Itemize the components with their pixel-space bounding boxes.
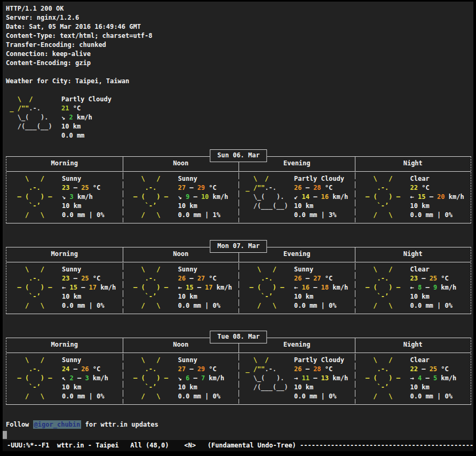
forecast-day: Mon 07. MarMorningNoonEveningNight \ / .… bbox=[6, 247, 473, 314]
forecast-body-row: \ / .-. – ( ) – `-’ / \Sunny 23 – 25 °C … bbox=[6, 262, 471, 314]
forecast-cell-noon: \ / .-. – ( ) – `-’ / \Sunny 27 – 29 °C … bbox=[123, 172, 239, 223]
forecast-cell-night: \ / .-. – ( ) – `-’ / \Clear 22 °C ← 15 … bbox=[355, 172, 471, 223]
weather-details: Clear 23 – 25 °C ← 8 – 9 km/h 10 km 0.0 … bbox=[410, 265, 457, 310]
weather-details: Sunny 23 – 25 °C ↘ 3 km/h 10 km 0.0 mm |… bbox=[62, 174, 104, 220]
terminal-cursor bbox=[3, 431, 7, 439]
sunny-icon: \ / .-. – ( ) – `-’ / \ bbox=[242, 265, 294, 310]
weather-details: Sunny 24 – 26 °C ↖ 2 – 3 km/h 10 km 0.0 … bbox=[62, 356, 108, 401]
forecast-tables: Sun 06. MarMorningNoonEveningNight \ / .… bbox=[6, 156, 473, 405]
follow-text: Follow bbox=[6, 421, 33, 428]
date-box: Mon 07. Mar bbox=[210, 240, 267, 253]
column-header-night: Night bbox=[355, 338, 471, 353]
date-box: Sun 06. Mar bbox=[210, 149, 267, 162]
forecast-cell-noon: \ / .-. – ( ) – `-’ / \Sunny 27 – 29 °C … bbox=[123, 353, 239, 404]
sunny-icon: \ / .-. – ( ) – `-’ / \ bbox=[10, 174, 62, 220]
forecast-body-row: \ / .-. – ( ) – `-’ / \Sunny 24 – 26 °C … bbox=[6, 353, 471, 404]
sunny-icon: \ / .-. – ( ) – `-’ / \ bbox=[126, 174, 178, 220]
sunny-icon: \ / .-. – ( ) – `-’ / \ bbox=[358, 174, 410, 220]
column-header-night: Night bbox=[355, 247, 471, 262]
weather-details: Clear 22 – 25 °C → 4 – 5 km/h 10 km 0.0 … bbox=[410, 356, 457, 401]
sunny-icon: \ / .-. – ( ) – `-’ / \ bbox=[10, 356, 62, 401]
sunny-icon: \ / .-. – ( ) – `-’ / \ bbox=[10, 265, 62, 310]
http-response-headers: HTTP/1.1 200 OK Server: nginx/1.2.6 Date… bbox=[6, 4, 473, 68]
forecast-body-row: \ / .-. – ( ) – `-’ / \Sunny 23 – 25 °C … bbox=[6, 172, 471, 223]
forecast-cell-night: \ / .-. – ( ) – `-’ / \Clear 23 – 25 °C … bbox=[355, 262, 471, 314]
sunny-icon: \ / .-. – ( ) – `-’ / \ bbox=[126, 356, 178, 401]
weather-details: Sunny 26 – 27 °C ← 15 – 17 km/h 10 km 0.… bbox=[178, 265, 232, 310]
sunny-icon: \ / .-. – ( ) – `-’ / \ bbox=[126, 265, 178, 310]
weather-details: Partly Cloudy 26 – 28 °C ↙ 14 – 16 km/h … bbox=[294, 174, 348, 220]
emacs-modeline: -UUU:%*--F1 wttr.in - Taipei All (48,0) … bbox=[3, 440, 473, 451]
follow-line: Follow @igor_chubin for wttr.in updates bbox=[6, 420, 473, 429]
forecast-cell-night: \ / .-. – ( ) – `-’ / \Clear 22 – 25 °C … bbox=[355, 353, 471, 404]
column-header-morning: Morning bbox=[6, 247, 123, 262]
column-header-morning: Morning bbox=[6, 157, 123, 171]
forecast-cell-noon: \ / .-. – ( ) – `-’ / \Sunny 26 – 27 °C … bbox=[123, 262, 239, 314]
forecast-cell-evening: \ / _ /"".-. \_( ). /(___(__) Partly Clo… bbox=[239, 172, 355, 223]
weather-details: Sunny 23 – 25 °C ← 15 – 17 km/h 10 km 0.… bbox=[62, 265, 116, 310]
weather-details: Clear 22 °C ← 15 – 20 km/h 10 km 0.0 mm … bbox=[410, 174, 464, 220]
forecast-cell-evening: \ / .-. – ( ) – `-’ / \Sunny 26 – 27 °C … bbox=[239, 262, 355, 314]
forecast-cell-morning: \ / .-. – ( ) – `-’ / \Sunny 23 – 25 °C … bbox=[6, 262, 123, 314]
column-header-night: Night bbox=[355, 157, 471, 171]
forecast-table: Mon 07. MarMorningNoonEveningNight \ / .… bbox=[6, 247, 471, 314]
terminal-window: HTTP/1.1 200 OK Server: nginx/1.2.6 Date… bbox=[0, 0, 476, 456]
weather-details: Sunny 27 – 29 °C ↘ 9 – 10 km/h 10 km 0.0… bbox=[178, 174, 228, 220]
weather-details: Sunny 26 – 27 °C ← 16 – 18 km/h 10 km 0.… bbox=[294, 265, 348, 310]
forecast-cell-morning: \ / .-. – ( ) – `-’ / \Sunny 24 – 26 °C … bbox=[6, 353, 123, 404]
forecast-cell-evening: \ / _ /"".-. \_( ). /(___(__) Partly Clo… bbox=[239, 353, 355, 404]
forecast-cell-morning: \ / .-. – ( ) – `-’ / \Sunny 23 – 25 °C … bbox=[6, 172, 123, 223]
follow-text-tail: for wttr.in updates bbox=[81, 421, 158, 428]
partly-cloudy-icon: \ / _ /"".-. \_( ). /(___(__) bbox=[242, 174, 294, 220]
sunny-icon: \ / .-. – ( ) – `-’ / \ bbox=[358, 265, 410, 310]
location-line: Weather for City: Taipei, Taiwan bbox=[6, 77, 473, 86]
forecast-table: Tue 08. MarMorningNoonEveningNight \ / .… bbox=[6, 338, 471, 405]
weather-details: Sunny 27 – 29 °C ↘ 6 – 7 km/h 10 km 0.0 … bbox=[178, 356, 225, 401]
date-box: Tue 08. Mar bbox=[210, 331, 267, 343]
forecast-table: Sun 06. MarMorningNoonEveningNight \ / .… bbox=[6, 156, 471, 223]
current-details: Partly Cloudy 21 °C ↘ 2 km/h 10 km 0.0 m… bbox=[61, 95, 112, 140]
terminal-screen: HTTP/1.1 200 OK Server: nginx/1.2.6 Date… bbox=[3, 2, 473, 451]
forecast-day: Tue 08. MarMorningNoonEveningNight \ / .… bbox=[6, 338, 473, 405]
weather-details: Partly Cloudy 26 – 28 °C → 11 – 13 km/h … bbox=[294, 356, 348, 401]
forecast-day: Sun 06. MarMorningNoonEveningNight \ / .… bbox=[6, 156, 473, 223]
current-conditions: \ / _ /"".-. \_( ). /(___(__) Partly Clo… bbox=[6, 95, 473, 140]
column-header-morning: Morning bbox=[6, 338, 123, 353]
partly-cloudy-icon: \ / _ /"".-. \_( ). /(___(__) bbox=[242, 356, 294, 401]
sunny-icon: \ / .-. – ( ) – `-’ / \ bbox=[358, 356, 410, 401]
partly-cloudy-icon: \ / _ /"".-. \_( ). /(___(__) bbox=[6, 95, 61, 140]
twitter-handle-link[interactable]: @igor_chubin bbox=[33, 420, 82, 429]
